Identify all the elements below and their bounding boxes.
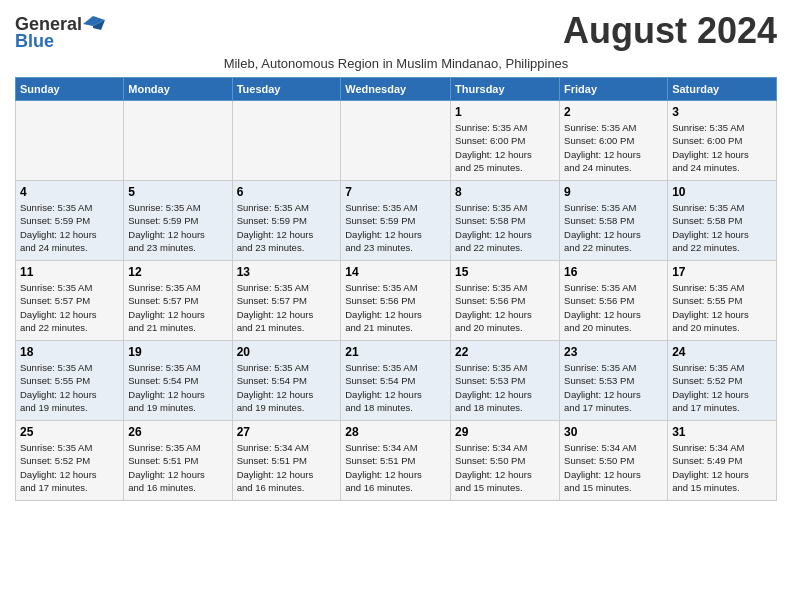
day-info: Sunrise: 5:35 AM Sunset: 5:56 PM Dayligh… [455, 281, 555, 334]
day-info: Sunrise: 5:34 AM Sunset: 5:50 PM Dayligh… [564, 441, 663, 494]
day-cell: 12Sunrise: 5:35 AM Sunset: 5:57 PM Dayli… [124, 261, 232, 341]
day-info: Sunrise: 5:35 AM Sunset: 5:55 PM Dayligh… [672, 281, 772, 334]
day-cell: 13Sunrise: 5:35 AM Sunset: 5:57 PM Dayli… [232, 261, 341, 341]
day-cell: 20Sunrise: 5:35 AM Sunset: 5:54 PM Dayli… [232, 341, 341, 421]
day-number: 29 [455, 425, 555, 439]
header-cell-friday: Friday [560, 78, 668, 101]
day-cell: 24Sunrise: 5:35 AM Sunset: 5:52 PM Dayli… [668, 341, 777, 421]
day-number: 31 [672, 425, 772, 439]
day-number: 30 [564, 425, 663, 439]
week-row-5: 25Sunrise: 5:35 AM Sunset: 5:52 PM Dayli… [16, 421, 777, 501]
month-title: August 2024 [563, 10, 777, 52]
day-number: 12 [128, 265, 227, 279]
header-cell-monday: Monday [124, 78, 232, 101]
day-cell: 6Sunrise: 5:35 AM Sunset: 5:59 PM Daylig… [232, 181, 341, 261]
day-info: Sunrise: 5:35 AM Sunset: 5:58 PM Dayligh… [564, 201, 663, 254]
day-info: Sunrise: 5:35 AM Sunset: 5:53 PM Dayligh… [564, 361, 663, 414]
day-info: Sunrise: 5:35 AM Sunset: 5:59 PM Dayligh… [345, 201, 446, 254]
logo: General Blue [15, 14, 105, 52]
day-number: 15 [455, 265, 555, 279]
day-number: 20 [237, 345, 337, 359]
day-cell: 2Sunrise: 5:35 AM Sunset: 6:00 PM Daylig… [560, 101, 668, 181]
week-row-4: 18Sunrise: 5:35 AM Sunset: 5:55 PM Dayli… [16, 341, 777, 421]
day-info: Sunrise: 5:35 AM Sunset: 5:57 PM Dayligh… [20, 281, 119, 334]
day-number: 17 [672, 265, 772, 279]
day-number: 11 [20, 265, 119, 279]
day-cell: 8Sunrise: 5:35 AM Sunset: 5:58 PM Daylig… [451, 181, 560, 261]
day-number: 6 [237, 185, 337, 199]
day-cell: 19Sunrise: 5:35 AM Sunset: 5:54 PM Dayli… [124, 341, 232, 421]
day-cell: 1Sunrise: 5:35 AM Sunset: 6:00 PM Daylig… [451, 101, 560, 181]
day-cell: 10Sunrise: 5:35 AM Sunset: 5:58 PM Dayli… [668, 181, 777, 261]
day-number: 2 [564, 105, 663, 119]
day-cell: 4Sunrise: 5:35 AM Sunset: 5:59 PM Daylig… [16, 181, 124, 261]
day-info: Sunrise: 5:35 AM Sunset: 5:51 PM Dayligh… [128, 441, 227, 494]
week-row-1: 1Sunrise: 5:35 AM Sunset: 6:00 PM Daylig… [16, 101, 777, 181]
day-info: Sunrise: 5:34 AM Sunset: 5:50 PM Dayligh… [455, 441, 555, 494]
day-cell: 26Sunrise: 5:35 AM Sunset: 5:51 PM Dayli… [124, 421, 232, 501]
day-cell: 14Sunrise: 5:35 AM Sunset: 5:56 PM Dayli… [341, 261, 451, 341]
header-cell-saturday: Saturday [668, 78, 777, 101]
day-cell: 11Sunrise: 5:35 AM Sunset: 5:57 PM Dayli… [16, 261, 124, 341]
day-number: 18 [20, 345, 119, 359]
day-number: 28 [345, 425, 446, 439]
day-info: Sunrise: 5:35 AM Sunset: 5:59 PM Dayligh… [128, 201, 227, 254]
day-info: Sunrise: 5:35 AM Sunset: 5:53 PM Dayligh… [455, 361, 555, 414]
day-cell: 5Sunrise: 5:35 AM Sunset: 5:59 PM Daylig… [124, 181, 232, 261]
day-number: 25 [20, 425, 119, 439]
day-number: 3 [672, 105, 772, 119]
day-cell [232, 101, 341, 181]
day-info: Sunrise: 5:35 AM Sunset: 5:54 PM Dayligh… [237, 361, 337, 414]
header-cell-sunday: Sunday [16, 78, 124, 101]
day-number: 22 [455, 345, 555, 359]
day-info: Sunrise: 5:34 AM Sunset: 5:51 PM Dayligh… [237, 441, 337, 494]
header-cell-wednesday: Wednesday [341, 78, 451, 101]
day-cell: 18Sunrise: 5:35 AM Sunset: 5:55 PM Dayli… [16, 341, 124, 421]
day-info: Sunrise: 5:35 AM Sunset: 5:59 PM Dayligh… [237, 201, 337, 254]
day-number: 10 [672, 185, 772, 199]
logo-bird-icon [83, 16, 105, 32]
day-info: Sunrise: 5:35 AM Sunset: 6:00 PM Dayligh… [564, 121, 663, 174]
day-info: Sunrise: 5:34 AM Sunset: 5:49 PM Dayligh… [672, 441, 772, 494]
calendar-header: SundayMondayTuesdayWednesdayThursdayFrid… [16, 78, 777, 101]
day-info: Sunrise: 5:35 AM Sunset: 5:57 PM Dayligh… [128, 281, 227, 334]
day-cell: 29Sunrise: 5:34 AM Sunset: 5:50 PM Dayli… [451, 421, 560, 501]
day-number: 19 [128, 345, 227, 359]
day-number: 5 [128, 185, 227, 199]
day-cell: 7Sunrise: 5:35 AM Sunset: 5:59 PM Daylig… [341, 181, 451, 261]
day-number: 26 [128, 425, 227, 439]
day-number: 27 [237, 425, 337, 439]
day-number: 9 [564, 185, 663, 199]
week-row-2: 4Sunrise: 5:35 AM Sunset: 5:59 PM Daylig… [16, 181, 777, 261]
header-cell-tuesday: Tuesday [232, 78, 341, 101]
calendar-table: SundayMondayTuesdayWednesdayThursdayFrid… [15, 77, 777, 501]
day-info: Sunrise: 5:35 AM Sunset: 5:55 PM Dayligh… [20, 361, 119, 414]
day-info: Sunrise: 5:35 AM Sunset: 5:58 PM Dayligh… [455, 201, 555, 254]
day-number: 7 [345, 185, 446, 199]
day-cell: 15Sunrise: 5:35 AM Sunset: 5:56 PM Dayli… [451, 261, 560, 341]
day-info: Sunrise: 5:35 AM Sunset: 5:56 PM Dayligh… [345, 281, 446, 334]
day-info: Sunrise: 5:35 AM Sunset: 5:56 PM Dayligh… [564, 281, 663, 334]
day-cell: 23Sunrise: 5:35 AM Sunset: 5:53 PM Dayli… [560, 341, 668, 421]
week-row-3: 11Sunrise: 5:35 AM Sunset: 5:57 PM Dayli… [16, 261, 777, 341]
day-number: 1 [455, 105, 555, 119]
day-number: 24 [672, 345, 772, 359]
day-number: 14 [345, 265, 446, 279]
day-info: Sunrise: 5:34 AM Sunset: 5:51 PM Dayligh… [345, 441, 446, 494]
day-info: Sunrise: 5:35 AM Sunset: 5:52 PM Dayligh… [20, 441, 119, 494]
day-number: 21 [345, 345, 446, 359]
day-info: Sunrise: 5:35 AM Sunset: 5:52 PM Dayligh… [672, 361, 772, 414]
day-cell: 3Sunrise: 5:35 AM Sunset: 6:00 PM Daylig… [668, 101, 777, 181]
day-cell: 27Sunrise: 5:34 AM Sunset: 5:51 PM Dayli… [232, 421, 341, 501]
day-cell: 21Sunrise: 5:35 AM Sunset: 5:54 PM Dayli… [341, 341, 451, 421]
day-cell: 22Sunrise: 5:35 AM Sunset: 5:53 PM Dayli… [451, 341, 560, 421]
day-number: 13 [237, 265, 337, 279]
day-cell: 25Sunrise: 5:35 AM Sunset: 5:52 PM Dayli… [16, 421, 124, 501]
day-cell: 31Sunrise: 5:34 AM Sunset: 5:49 PM Dayli… [668, 421, 777, 501]
header-cell-thursday: Thursday [451, 78, 560, 101]
header: General Blue August 2024 [15, 10, 777, 52]
day-cell: 30Sunrise: 5:34 AM Sunset: 5:50 PM Dayli… [560, 421, 668, 501]
day-cell: 9Sunrise: 5:35 AM Sunset: 5:58 PM Daylig… [560, 181, 668, 261]
day-info: Sunrise: 5:35 AM Sunset: 5:59 PM Dayligh… [20, 201, 119, 254]
subtitle: Mileb, Autonomous Region in Muslim Minda… [15, 56, 777, 71]
